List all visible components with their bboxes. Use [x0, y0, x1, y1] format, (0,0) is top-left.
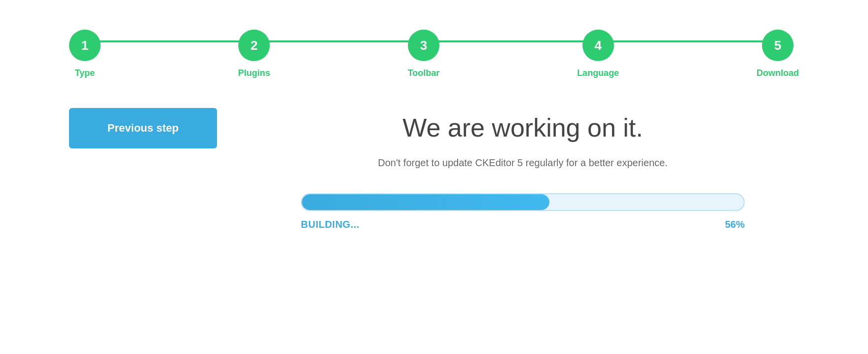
- building-label: BUILDING...: [301, 219, 360, 230]
- step-3-label: Toolbar: [408, 68, 440, 78]
- step-5: 5 Download: [757, 30, 799, 78]
- progress-bar-wrapper: [301, 193, 745, 211]
- step-2-circle: 2: [238, 30, 270, 61]
- step-1: 1 Type: [69, 30, 101, 78]
- left-panel: Previous step: [69, 108, 217, 148]
- progress-container: BUILDING... 56%: [301, 193, 745, 230]
- percent-label: 56%: [725, 219, 745, 230]
- main-content: Previous step We are working on it. Don'…: [39, 108, 829, 230]
- progress-bar-fill: [302, 194, 549, 210]
- stepper: 1 Type 2 Plugins 3 Toolbar 4 Language 5: [39, 20, 829, 78]
- step-4: 4 Language: [577, 30, 619, 78]
- working-title: We are working on it.: [402, 113, 643, 142]
- step-3-circle: 3: [408, 30, 439, 61]
- step-2-label: Plugins: [238, 68, 270, 78]
- step-4-circle: 4: [582, 30, 614, 61]
- step-2: 2 Plugins: [238, 30, 270, 78]
- step-5-label: Download: [757, 68, 799, 78]
- step-1-label: Type: [75, 68, 95, 78]
- step-4-label: Language: [577, 68, 619, 78]
- previous-step-button[interactable]: Previous step: [69, 108, 217, 148]
- progress-labels: BUILDING... 56%: [301, 219, 745, 230]
- page-container: 1 Type 2 Plugins 3 Toolbar 4 Language 5: [0, 0, 868, 250]
- center-panel: We are working on it. Don't forget to up…: [247, 108, 799, 230]
- step-3: 3 Toolbar: [408, 30, 440, 78]
- step-1-circle: 1: [69, 30, 101, 61]
- working-subtitle: Don't forget to update CKEditor 5 regula…: [378, 157, 667, 169]
- step-5-circle: 5: [762, 30, 794, 61]
